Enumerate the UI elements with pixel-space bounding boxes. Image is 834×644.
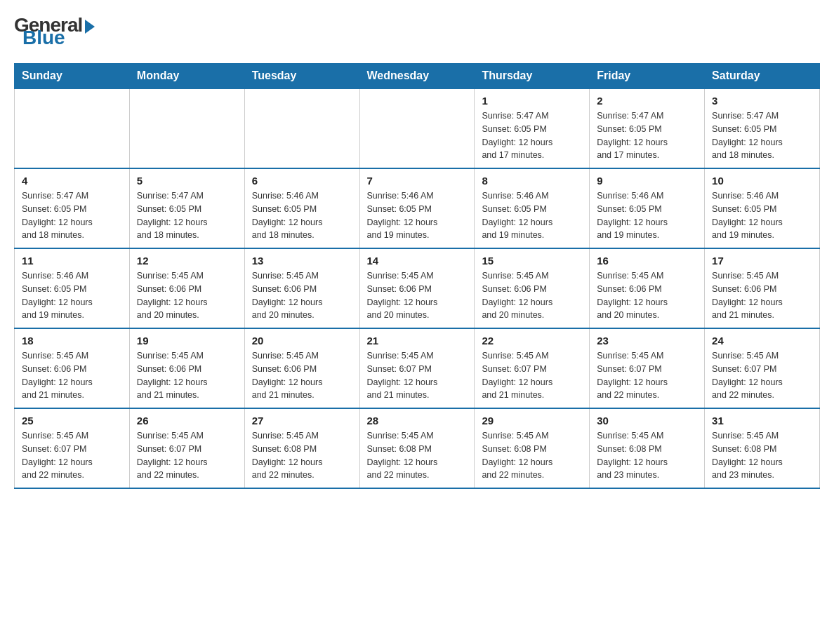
day-info: Sunrise: 5:46 AMSunset: 6:05 PMDaylight:… [22,269,122,322]
day-number: 5 [137,175,237,187]
calendar-cell: 19Sunrise: 5:45 AMSunset: 6:06 PMDayligh… [129,328,244,408]
day-number: 6 [252,175,352,187]
calendar-cell: 7Sunrise: 5:46 AMSunset: 6:05 PMDaylight… [359,168,475,248]
day-info: Sunrise: 5:45 AMSunset: 6:06 PMDaylight:… [252,269,352,322]
page-header: General Blue [14,14,820,49]
calendar-week-row: 18Sunrise: 5:45 AMSunset: 6:06 PMDayligh… [15,328,820,408]
day-info: Sunrise: 5:46 AMSunset: 6:05 PMDaylight:… [367,189,468,242]
calendar-cell: 5Sunrise: 5:47 AMSunset: 6:05 PMDaylight… [129,168,244,248]
calendar-cell: 2Sunrise: 5:47 AMSunset: 6:05 PMDaylight… [590,88,705,168]
calendar-cell: 31Sunrise: 5:45 AMSunset: 6:08 PMDayligh… [705,408,820,488]
day-number: 24 [712,335,812,347]
day-info: Sunrise: 5:45 AMSunset: 6:08 PMDaylight:… [482,429,582,482]
logo: General Blue [14,14,95,49]
day-info: Sunrise: 5:45 AMSunset: 6:08 PMDaylight:… [252,429,352,482]
calendar-cell: 3Sunrise: 5:47 AMSunset: 6:05 PMDaylight… [705,88,820,168]
day-info: Sunrise: 5:46 AMSunset: 6:05 PMDaylight:… [597,189,697,242]
day-info: Sunrise: 5:45 AMSunset: 6:08 PMDaylight:… [367,429,468,482]
day-number: 10 [712,175,812,187]
calendar-cell: 29Sunrise: 5:45 AMSunset: 6:08 PMDayligh… [475,408,590,488]
day-number: 20 [252,335,352,347]
day-info: Sunrise: 5:47 AMSunset: 6:05 PMDaylight:… [712,109,812,162]
calendar-cell: 26Sunrise: 5:45 AMSunset: 6:07 PMDayligh… [129,408,244,488]
calendar-header-wednesday: Wednesday [359,64,475,89]
calendar-header-saturday: Saturday [705,64,820,89]
day-info: Sunrise: 5:45 AMSunset: 6:06 PMDaylight:… [482,269,582,322]
day-info: Sunrise: 5:45 AMSunset: 6:06 PMDaylight:… [367,269,468,322]
day-info: Sunrise: 5:45 AMSunset: 6:08 PMDaylight:… [597,429,697,482]
day-number: 1 [482,95,582,107]
calendar-cell: 4Sunrise: 5:47 AMSunset: 6:05 PMDaylight… [15,168,130,248]
calendar-cell: 28Sunrise: 5:45 AMSunset: 6:08 PMDayligh… [359,408,475,488]
calendar-cell: 25Sunrise: 5:45 AMSunset: 6:07 PMDayligh… [15,408,130,488]
day-info: Sunrise: 5:45 AMSunset: 6:06 PMDaylight:… [252,349,352,402]
calendar-cell: 11Sunrise: 5:46 AMSunset: 6:05 PMDayligh… [15,248,130,328]
calendar-cell: 17Sunrise: 5:45 AMSunset: 6:06 PMDayligh… [705,248,820,328]
calendar-cell: 18Sunrise: 5:45 AMSunset: 6:06 PMDayligh… [15,328,130,408]
day-number: 15 [482,255,582,267]
calendar-cell: 23Sunrise: 5:45 AMSunset: 6:07 PMDayligh… [590,328,705,408]
day-number: 9 [597,175,697,187]
day-info: Sunrise: 5:46 AMSunset: 6:05 PMDaylight:… [252,189,352,242]
calendar-header-sunday: Sunday [15,64,130,89]
calendar-week-row: 4Sunrise: 5:47 AMSunset: 6:05 PMDaylight… [15,168,820,248]
calendar-header-friday: Friday [590,64,705,89]
day-number: 16 [597,255,697,267]
day-info: Sunrise: 5:45 AMSunset: 6:06 PMDaylight:… [137,269,237,322]
day-info: Sunrise: 5:45 AMSunset: 6:07 PMDaylight:… [22,429,122,482]
day-info: Sunrise: 5:45 AMSunset: 6:06 PMDaylight:… [712,269,812,322]
day-number: 12 [137,255,237,267]
day-info: Sunrise: 5:47 AMSunset: 6:05 PMDaylight:… [137,189,237,242]
day-number: 11 [22,255,122,267]
day-number: 14 [367,255,468,267]
day-info: Sunrise: 5:45 AMSunset: 6:06 PMDaylight:… [137,349,237,402]
calendar-cell: 13Sunrise: 5:45 AMSunset: 6:06 PMDayligh… [244,248,359,328]
day-number: 7 [367,175,468,187]
logo-blue-text: Blue [22,27,65,49]
calendar-cell: 30Sunrise: 5:45 AMSunset: 6:08 PMDayligh… [590,408,705,488]
day-number: 17 [712,255,812,267]
day-number: 2 [597,95,697,107]
day-info: Sunrise: 5:46 AMSunset: 6:05 PMDaylight:… [482,189,582,242]
calendar-cell: 8Sunrise: 5:46 AMSunset: 6:05 PMDaylight… [475,168,590,248]
calendar-cell: 15Sunrise: 5:45 AMSunset: 6:06 PMDayligh… [475,248,590,328]
day-number: 27 [252,415,352,427]
calendar-cell [129,88,244,168]
day-info: Sunrise: 5:46 AMSunset: 6:05 PMDaylight:… [712,189,812,242]
day-number: 28 [367,415,468,427]
calendar-cell: 24Sunrise: 5:45 AMSunset: 6:07 PMDayligh… [705,328,820,408]
calendar-cell: 21Sunrise: 5:45 AMSunset: 6:07 PMDayligh… [359,328,475,408]
day-info: Sunrise: 5:45 AMSunset: 6:06 PMDaylight:… [597,269,697,322]
calendar-cell: 1Sunrise: 5:47 AMSunset: 6:05 PMDaylight… [475,88,590,168]
calendar-cell: 20Sunrise: 5:45 AMSunset: 6:06 PMDayligh… [244,328,359,408]
day-number: 30 [597,415,697,427]
day-number: 23 [597,335,697,347]
calendar-cell [359,88,475,168]
calendar-week-row: 11Sunrise: 5:46 AMSunset: 6:05 PMDayligh… [15,248,820,328]
calendar-header-thursday: Thursday [475,64,590,89]
logo-arrow-icon [85,20,95,34]
day-number: 21 [367,335,468,347]
day-info: Sunrise: 5:45 AMSunset: 6:07 PMDaylight:… [482,349,582,402]
day-info: Sunrise: 5:45 AMSunset: 6:07 PMDaylight:… [137,429,237,482]
calendar-cell: 12Sunrise: 5:45 AMSunset: 6:06 PMDayligh… [129,248,244,328]
calendar-cell [15,88,130,168]
calendar-header-row: SundayMondayTuesdayWednesdayThursdayFrid… [15,64,820,89]
day-number: 22 [482,335,582,347]
day-info: Sunrise: 5:45 AMSunset: 6:08 PMDaylight:… [712,429,812,482]
day-number: 25 [22,415,122,427]
calendar-cell: 10Sunrise: 5:46 AMSunset: 6:05 PMDayligh… [705,168,820,248]
day-number: 26 [137,415,237,427]
day-info: Sunrise: 5:47 AMSunset: 6:05 PMDaylight:… [482,109,582,162]
calendar-cell: 9Sunrise: 5:46 AMSunset: 6:05 PMDaylight… [590,168,705,248]
day-number: 19 [137,335,237,347]
calendar-cell: 14Sunrise: 5:45 AMSunset: 6:06 PMDayligh… [359,248,475,328]
calendar-week-row: 25Sunrise: 5:45 AMSunset: 6:07 PMDayligh… [15,408,820,488]
calendar-header-tuesday: Tuesday [244,64,359,89]
calendar-cell: 16Sunrise: 5:45 AMSunset: 6:06 PMDayligh… [590,248,705,328]
day-info: Sunrise: 5:45 AMSunset: 6:07 PMDaylight:… [597,349,697,402]
calendar-cell: 22Sunrise: 5:45 AMSunset: 6:07 PMDayligh… [475,328,590,408]
day-info: Sunrise: 5:47 AMSunset: 6:05 PMDaylight:… [22,189,122,242]
day-info: Sunrise: 5:45 AMSunset: 6:07 PMDaylight:… [367,349,468,402]
calendar-cell: 27Sunrise: 5:45 AMSunset: 6:08 PMDayligh… [244,408,359,488]
